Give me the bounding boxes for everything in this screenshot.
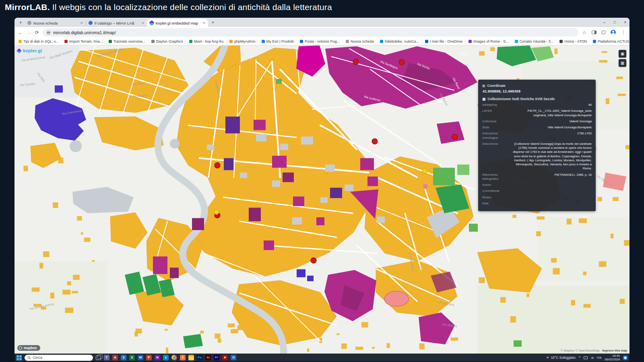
language-indicator[interactable]: ITA [597, 356, 602, 360]
taskbar-app-excel[interactable]: X [129, 355, 135, 360]
taskbar-app-powerpoint[interactable]: P [146, 355, 152, 360]
bookmark-3[interactable]: Daylon Graphics [151, 39, 183, 43]
address-bar[interactable]: mirrorlab.digilab.uniroma1.it/map/ [43, 28, 578, 37]
bookmark-5[interactable]: phpMyAdmin [229, 39, 256, 43]
layers-button[interactable]: ▣ [619, 50, 626, 58]
taskbar-app-outlook[interactable]: O [231, 355, 236, 360]
taskbar-app-access[interactable]: A [112, 355, 118, 360]
taskbar-app-acrobat[interactable]: A [222, 355, 228, 360]
taskbar-app-photoshop[interactable]: Ps [197, 355, 202, 360]
coordinate-value: 41.908898, 12.499309 [483, 89, 592, 93]
bookmark-4[interactable]: Meet - kvp-fvrg-fru [189, 39, 224, 43]
bookmark-1[interactable]: Import Terrain, Ima... [64, 39, 103, 43]
weather-widget[interactable]: ☀ 10°C Soleggiato [546, 356, 576, 360]
side-panel-icon[interactable] [592, 31, 597, 34]
info-field-museo: Museo [482, 195, 592, 200]
bookmark-14[interactable]: Piattaforma ACTUS... [593, 39, 630, 43]
bookmark-favicon [229, 40, 233, 43]
taskbar-search[interactable]: Cerca [25, 355, 93, 361]
url-text[interactable]: mirrorlab.digilab.uniroma1.it/map/ [53, 30, 116, 35]
field-value [510, 202, 592, 206]
info-field-indicazione-cronologica: Indicazione cronologica1756-1763 [482, 132, 592, 140]
bookmark-9[interactable]: follettobike: AutoCa... [380, 39, 419, 43]
info-field-sede: SedeVilla Valenti Gonzaga-Bonaparte [482, 125, 592, 130]
tab-label: Nuova scheda [33, 21, 79, 25]
bookmark-10[interactable]: I miei file - OneDrive [425, 39, 463, 43]
start-button[interactable] [17, 355, 22, 360]
tab-close-icon[interactable]: × [203, 21, 205, 25]
taskbar-app-premiere[interactable]: Pr [214, 355, 219, 360]
tab-search-icon[interactable]: ▾ [17, 21, 25, 25]
clock[interactable]: 16:44 06/02/2024 [605, 354, 620, 361]
bookmark-7[interactable]: Posta - Antonio Pug... [300, 39, 340, 43]
field-label: Autore [482, 183, 508, 187]
tab-kepler-gl-embedded-map[interactable]: Kepler.gl embedded map× [147, 19, 208, 27]
reload-icon[interactable]: ⟳ [35, 30, 39, 35]
bookmark-12[interactable]: Cenatio rotunda - 3... [515, 39, 554, 43]
collection-header: ▦ Collezionismo Sedi Storiche XVIII Seco… [482, 97, 592, 101]
tab-nuova-scheda[interactable]: Nuova scheda× [25, 19, 86, 27]
taskbar-app-edge[interactable]: e [163, 355, 169, 360]
weather-text: 10°C Soleggiato [551, 356, 576, 360]
back-icon[interactable]: ← [18, 30, 23, 35]
info-field-collezione: CollezioneValenti Gonzaga [482, 119, 592, 123]
bookmark-favicon [346, 40, 349, 43]
maximize-button[interactable]: □ [613, 20, 616, 25]
slide-title-text: Il webgis con la localizzazione delle co… [50, 2, 332, 12]
kepler-logo-text: kepler.gl [23, 48, 42, 53]
bookmark-star-icon[interactable]: ☆ [582, 30, 586, 35]
taskbar-app-word[interactable]: W [138, 355, 143, 360]
taskbar-app-file-explorer[interactable] [188, 355, 194, 360]
bookmark-2[interactable]: Tutorials overview... [109, 39, 145, 43]
forward-icon[interactable]: → [27, 30, 31, 35]
bookmark-label: Home - ATON [564, 39, 587, 43]
site-settings-icon[interactable] [47, 31, 50, 34]
display-icon[interactable] [584, 356, 588, 359]
taskbar-app-3d-viewer[interactable]: 3 [121, 355, 126, 360]
bookmark-13[interactable]: Home - ATON [559, 39, 587, 43]
taskbar-app-firefox[interactable]: f [180, 355, 186, 360]
tab-il-catalogo-mirror-lab[interactable]: Il catalogo – Mirror LAB× [86, 19, 147, 27]
new-tab-button[interactable]: + [208, 20, 218, 25]
grid-3d-button[interactable]: ▦ [619, 59, 626, 67]
speaker-mute-icon[interactable]: dx [591, 356, 593, 360]
kepler-diamond-icon [17, 48, 22, 53]
taskbar-app-illustrator[interactable]: Ai [205, 355, 211, 360]
field-label: Riferimento bibliografico [482, 173, 508, 181]
sun-icon: ☀ [546, 356, 549, 360]
field-label: Descrizione [482, 142, 508, 171]
taskbar-app-teams[interactable]: T [104, 355, 109, 360]
taskbar-app-chrome[interactable] [171, 355, 177, 360]
field-label: Note [482, 202, 508, 206]
extensions-icon[interactable] [602, 31, 605, 34]
menu-kebab-icon[interactable]: ⋮ [621, 30, 626, 35]
info-field-autore: Autore [482, 183, 592, 187]
bookmark-favicon [425, 40, 428, 43]
tab-close-icon[interactable]: × [142, 21, 144, 25]
tray-expand-icon[interactable]: ^ [579, 356, 580, 360]
bookmark-6[interactable]: My Esri | Prodotti [262, 39, 294, 43]
tab-close-icon[interactable]: × [80, 21, 83, 25]
bookmarks-bar: Tipi di dati in SQL: v...Import Terrain,… [14, 38, 630, 45]
map-attribution: © Mapbox © OpenStreetMap Improve this ma… [561, 349, 627, 352]
search-icon [28, 356, 30, 359]
mapbox-logo[interactable]: mapbox [17, 345, 40, 351]
improve-map-link[interactable]: Improve this map [602, 349, 627, 352]
bookmark-favicon [300, 40, 303, 43]
profile-avatar[interactable] [611, 30, 616, 35]
bookmark-label: My Esri | Prodotti [266, 39, 294, 43]
taskbar-app-onenote[interactable]: N [155, 355, 160, 360]
bookmark-favicon [151, 40, 155, 43]
bookmark-0[interactable]: Tipi di dati in SQL: v... [19, 39, 58, 43]
minimize-button[interactable]: – [603, 20, 606, 25]
field-value: PIETRANGELI, 1985, p. 16 [510, 173, 592, 181]
field-value: [Collezione Valenti Gonzaga] Dopo la mor… [510, 142, 592, 171]
notification-icon[interactable] [623, 356, 627, 360]
bookmark-8[interactable]: Nuova scheda [346, 39, 374, 43]
close-button[interactable]: × [624, 20, 626, 25]
bookmark-label: Posta - Antonio Pug... [305, 39, 340, 43]
task-view-icon[interactable] [96, 356, 101, 360]
field-label: Indicazione cronologica [482, 132, 508, 140]
bookmark-11[interactable]: Images of Rome - S... [469, 39, 509, 43]
bookmark-favicon [109, 40, 112, 43]
